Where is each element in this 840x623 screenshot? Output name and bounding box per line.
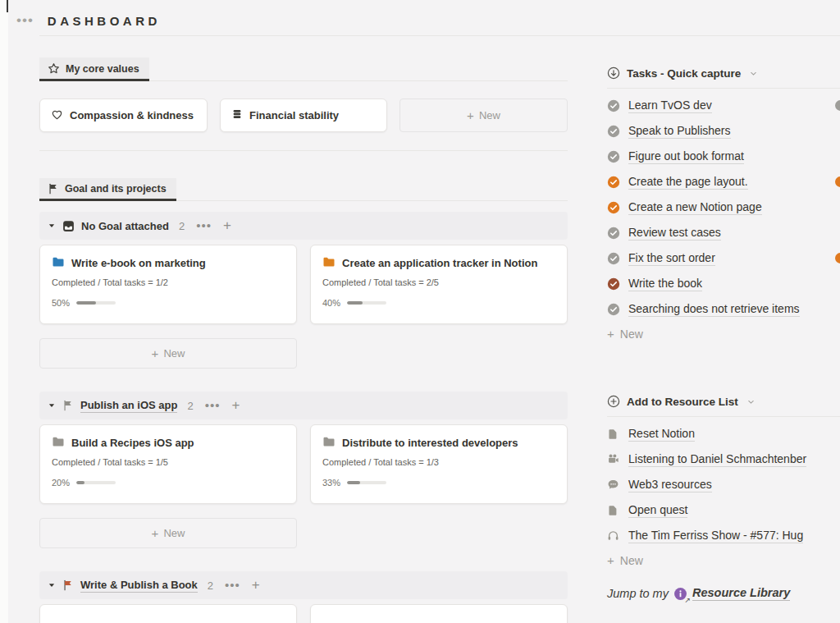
new-project-button[interactable]: + New <box>39 338 297 369</box>
task-item[interactable]: Write the book <box>607 271 840 296</box>
group-name[interactable]: No Goal attached <box>81 220 169 232</box>
task-label[interactable]: Searching does not retrieve items <box>628 302 800 317</box>
task-label[interactable]: Fix the sort order <box>628 251 715 266</box>
resource-label[interactable]: The Tim Ferriss Show - #577: Hug <box>628 529 803 543</box>
collapse-toggle-icon[interactable] <box>48 401 56 410</box>
chevron-down-icon[interactable] <box>746 397 756 406</box>
page-header: ••• DASHBOARD <box>16 11 840 30</box>
resource-label[interactable]: Open quest <box>628 503 687 518</box>
group-name[interactable]: Write & Publish a Book <box>80 579 198 593</box>
folder-icon <box>322 255 336 271</box>
task-item[interactable]: Create a new Notion page <box>607 195 840 220</box>
tab-my-core-values[interactable]: My core values <box>39 57 149 81</box>
task-item[interactable]: Figure out book format <box>607 144 840 169</box>
video-camera-icon <box>607 453 620 465</box>
left-edge-strip <box>0 0 8 623</box>
progress-percent: 20% <box>52 478 70 488</box>
resource-item[interactable]: Reset Notion <box>607 421 840 447</box>
task-list: Learn TvOS dev Speak to Publishers Figur… <box>607 93 840 346</box>
tab-goal-and-projects[interactable]: Goal and its projects <box>39 178 176 201</box>
flag-icon <box>62 579 74 591</box>
group-count: 2 <box>208 579 213 592</box>
resource-label[interactable]: Web3 resources <box>628 478 712 492</box>
project-card[interactable]: Create an application tracker in Notion … <box>310 245 568 324</box>
project-card[interactable]: Build a Recipes iOS app Completed / Tota… <box>39 424 297 504</box>
check-circle-icon[interactable] <box>607 125 620 138</box>
document-icon <box>607 505 620 516</box>
project-subtitle: Completed / Total tasks = 1/2 <box>52 277 285 287</box>
board-column: My core values Compassion & kindness Fin… <box>39 36 568 623</box>
resource-item[interactable]: Listening to Daniel Schmachtenber <box>607 447 840 472</box>
task-label[interactable]: Speak to Publishers <box>628 124 731 139</box>
group-header-book: Write & Publish a Book 2 ••• + <box>39 571 568 599</box>
resource-label[interactable]: Listening to Daniel Schmachtenber <box>628 452 806 467</box>
task-label[interactable]: Create the page layout. <box>628 175 748 190</box>
tab-label: Goal and its projects <box>65 183 167 195</box>
project-card[interactable]: Write e-book on marketing Completed / To… <box>39 245 297 324</box>
task-label[interactable]: Learn TvOS dev <box>628 98 712 113</box>
project-card[interactable] <box>310 604 568 623</box>
project-subtitle: Completed / Total tasks = 1/5 <box>52 457 285 467</box>
check-circle-icon[interactable] <box>607 150 620 163</box>
more-options-icon[interactable]: ••• <box>16 16 34 25</box>
chevron-down-icon[interactable] <box>749 69 758 78</box>
resource-label[interactable]: Reset Notion <box>628 427 695 442</box>
resource-item[interactable]: Web3 resources <box>607 472 840 497</box>
flag-icon <box>62 400 74 411</box>
progress-percent: 40% <box>322 298 340 308</box>
resource-item[interactable]: The Tim Ferriss Show - #577: Hug <box>607 523 840 548</box>
group-more-icon[interactable]: ••• <box>225 582 240 589</box>
tab-label: My core values <box>66 63 139 75</box>
check-circle-icon[interactable] <box>607 277 620 291</box>
task-item[interactable]: Learn TvOS dev <box>607 93 840 118</box>
new-resource-button[interactable]: + New <box>607 548 840 573</box>
group-name[interactable]: Publish an iOS app <box>80 399 177 413</box>
resource-library-link[interactable]: Resource Library <box>692 586 790 601</box>
progress-bar <box>347 481 386 484</box>
project-card[interactable] <box>39 604 297 623</box>
check-circle-icon[interactable] <box>607 252 620 265</box>
panel-title: Tasks - Quick capture <box>627 67 741 80</box>
check-circle-icon[interactable] <box>607 201 620 214</box>
folder-icon <box>52 255 65 271</box>
group-header-ios-app: Publish an iOS app 2 ••• + <box>39 392 568 419</box>
new-value-button[interactable]: + New <box>399 98 568 132</box>
check-circle-icon[interactable] <box>607 227 620 240</box>
value-card-financial[interactable]: Financial stability <box>220 98 387 132</box>
task-label[interactable]: Create a new Notion page <box>628 200 762 215</box>
resources-panel-header[interactable]: Add to Resource List <box>607 393 840 410</box>
task-item[interactable]: Speak to Publishers <box>607 118 840 144</box>
new-button-label: New <box>163 347 185 360</box>
task-label[interactable]: Figure out book format <box>628 149 744 164</box>
task-item[interactable]: Create the page layout. <box>607 169 840 195</box>
collapse-toggle-icon[interactable] <box>48 222 56 230</box>
flag-icon <box>48 183 59 195</box>
group-more-icon[interactable]: ••• <box>196 222 212 229</box>
new-task-button[interactable]: + New <box>607 322 840 346</box>
task-label[interactable]: Review test cases <box>628 226 721 240</box>
tasks-panel-header[interactable]: Tasks - Quick capture <box>607 65 840 81</box>
plus-icon: + <box>607 329 614 339</box>
group-add-icon[interactable]: + <box>223 220 231 231</box>
task-label[interactable]: Write the book <box>628 277 702 291</box>
new-project-button[interactable]: + New <box>39 518 297 548</box>
check-circle-icon[interactable] <box>607 99 620 112</box>
resource-item[interactable]: Open quest <box>607 497 840 523</box>
heart-icon <box>51 108 63 123</box>
task-item[interactable]: Fix the sort order <box>607 245 840 271</box>
collapse-toggle-icon[interactable] <box>48 581 56 589</box>
folder-icon <box>52 435 65 451</box>
task-item[interactable]: Searching does not retrieve items <box>607 296 840 322</box>
plus-circle-icon <box>607 395 620 408</box>
resource-list: Reset Notion Listening to Daniel Schmach… <box>607 421 840 573</box>
group-add-icon[interactable]: + <box>231 400 240 411</box>
value-card-compassion[interactable]: Compassion & kindness <box>39 98 208 132</box>
project-title: Write e-book on marketing <box>71 257 206 269</box>
project-card[interactable]: Distribute to interested developers Comp… <box>310 424 568 504</box>
group-more-icon[interactable]: ••• <box>205 402 221 409</box>
group-count: 2 <box>179 220 185 232</box>
check-circle-icon[interactable] <box>607 176 620 189</box>
group-add-icon[interactable]: + <box>252 579 260 591</box>
task-item[interactable]: Review test cases <box>607 220 840 245</box>
check-circle-icon[interactable] <box>607 303 620 316</box>
